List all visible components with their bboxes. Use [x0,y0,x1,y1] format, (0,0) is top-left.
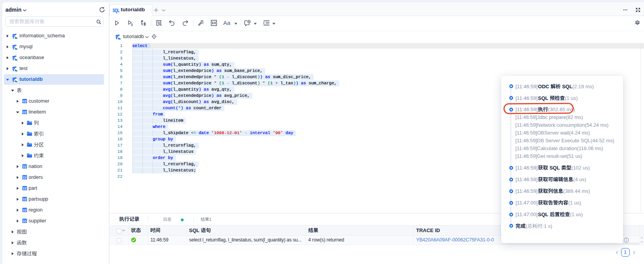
svg-text:SQL: SQL [538,95,549,101]
svg-text:SQL: SQL [548,165,561,171]
svg-text:SQL: SQL [189,227,201,233]
svg-text:[11:47:00]: [11:47:00] [516,212,538,217]
svg-text:(: ( [526,223,528,229]
svg-text:[11:46:59]: [11:46:59] [516,165,538,171]
svg-text:ODC: ODC [538,84,550,89]
svg-text:(2.19 ms): (2.19 ms) [572,84,594,89]
svg-text::1 s): :1 s) [542,223,552,229]
svg-text:SQL: SQL [538,212,549,217]
svg-text:[11:46:59]: [11:46:59] [516,188,538,194]
svg-text:1: 1 [209,217,211,222]
svg-text:(1 us): (1 us) [568,200,581,206]
svg-text:SQL: SQL [561,84,572,89]
svg-text:(1 us): (1 us) [570,212,583,217]
svg-text:(1 us): (1 us) [565,95,578,101]
svg-text:[11:46:59]: [11:46:59] [516,84,538,89]
svg-text:[11:46:59]: [11:46:59] [516,177,538,182]
svg-text:[11:46:59]: [11:46:59] [516,95,538,101]
svg-text:(102 us): (102 us) [571,165,590,171]
svg-text:[11:47:00]: [11:47:00] [516,200,538,206]
svg-text:(389.44 ms): (389.44 ms) [563,188,590,194]
svg-text:(4 us): (4 us) [573,177,586,182]
